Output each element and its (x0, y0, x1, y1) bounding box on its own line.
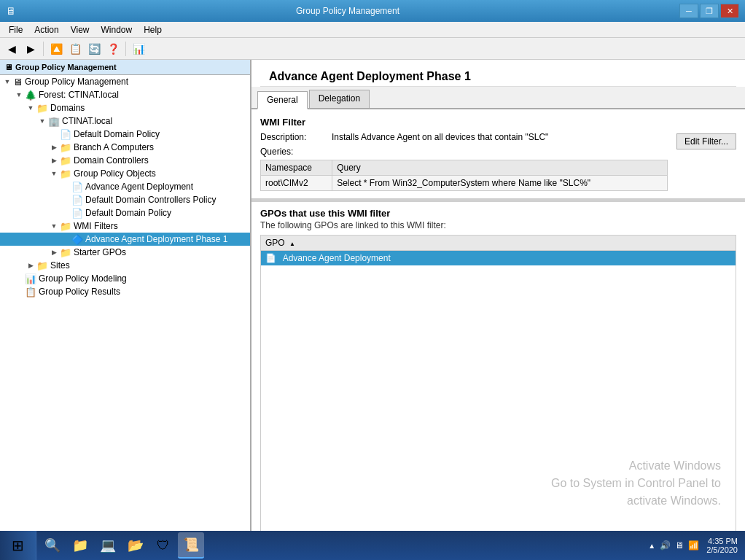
tree-node-gpo[interactable]: ▼ 📁 Group Policy Objects (0, 167, 250, 180)
gpo-row-1[interactable]: 📄 Advance Agent Deployment (261, 251, 736, 266)
refresh-button[interactable]: 🔄 (85, 40, 103, 58)
taskbar-folder[interactable]: 📂 (122, 532, 149, 559)
app-icon: 🖥 (6, 5, 16, 17)
tree-header-label: Group Policy Management (15, 63, 117, 71)
tab-delegation[interactable]: Delegation (309, 90, 370, 108)
tree-node-root[interactable]: ▼ 🖥 Group Policy Management (0, 75, 250, 88)
start-button[interactable]: ⊞ (0, 531, 36, 560)
gpo-col-header[interactable]: GPO ▲ (261, 236, 736, 251)
icon-sites: 📁 (36, 260, 48, 271)
icon-forest: 🌲 (25, 90, 36, 101)
menu-help[interactable]: Help (138, 23, 168, 36)
expander-branchA[interactable]: ▶ (48, 141, 60, 153)
expander-ddcp: ▶ (60, 194, 71, 206)
copy-button[interactable]: 📋 (66, 40, 84, 58)
systray-network: 🖥 (675, 540, 684, 551)
tree-node-dc[interactable]: ▶ 📁 Domain Controllers (0, 154, 250, 167)
systray-arrow[interactable]: ▲ (648, 542, 655, 550)
icon-results: 📋 (25, 287, 36, 298)
label-ddp2: Default Domain Policy (85, 208, 171, 218)
gpo-table-wrapper: GPO ▲ 📄 Advance Agent Deployment Act (260, 235, 736, 532)
title-bar-left: 🖥 (6, 5, 16, 17)
tree-node-ctinat[interactable]: ▼ 🏢 CTINAT.local (0, 114, 250, 128)
tree-node-branchA[interactable]: ▶ 📁 Branch A Computers (0, 141, 250, 154)
label-dc: Domain Controllers (74, 155, 149, 166)
label-aadphase1: Advance Agent Deployment Phase 1 (85, 234, 227, 244)
icon-ddp2: 📄 (71, 208, 83, 219)
watermark-line1: Activate Windows (551, 457, 721, 475)
label-startergpos: Starter GPOs (74, 247, 126, 257)
tree-node-ddp2[interactable]: ▶ 📄 Default Domain Policy (0, 206, 250, 219)
wmi-filter-title: WMI Filter (260, 117, 736, 128)
taskbar-fileexplorer[interactable]: 📁 (67, 532, 93, 559)
tree-node-aad[interactable]: ▶ 📄 Advance Agent Deployment (0, 180, 250, 193)
tree-node-sites[interactable]: ▶ 📁 Sites (0, 259, 250, 272)
taskbar-cmd[interactable]: 💻 (95, 532, 121, 559)
edit-filter-button[interactable]: Edit Filter... (676, 133, 736, 149)
taskbar-apps: 🔍 📁 💻 📂 🛡 📜 (36, 531, 207, 560)
expander-dc[interactable]: ▶ (48, 155, 60, 166)
help-button[interactable]: ❓ (104, 40, 122, 58)
taskbar: ⊞ 🔍 📁 💻 📂 🛡 📜 ▲ 🔊 🖥 📶 4:35 PM 2/5/2020 (0, 531, 745, 560)
back-button[interactable]: ◀ (3, 40, 20, 58)
close-button[interactable]: ✕ (720, 4, 739, 18)
menu-file[interactable]: File (3, 23, 28, 36)
taskbar-security[interactable]: 🛡 (150, 532, 176, 559)
tab-general[interactable]: General (257, 91, 308, 109)
tree-node-wmifilters[interactable]: ▼ 📁 WMI Filters (0, 219, 250, 233)
gpo-section: GPOs that use this WMI filter The follow… (251, 202, 745, 538)
gpo-icon-1: 📄 (265, 253, 276, 263)
tree-node-aadphase1[interactable]: ▶ 🔷 Advance Agent Deployment Phase 1 (0, 233, 250, 246)
icon-aad: 📄 (71, 182, 83, 192)
menu-view[interactable]: View (65, 23, 95, 36)
label-aad: Advance Agent Deployment (85, 182, 193, 192)
up-button[interactable]: 🔼 (47, 40, 65, 58)
expander-ctinat[interactable]: ▼ (36, 115, 48, 127)
menu-action[interactable]: Action (28, 23, 64, 36)
query-row-1[interactable]: root\CIMv2 Select * From Win32_ComputerS… (261, 176, 668, 191)
tab-bar: General Delegation (251, 87, 745, 109)
section-header: Advance Agent Deployment Phase 1 (251, 60, 745, 87)
expander-sites[interactable]: ▶ (25, 260, 36, 271)
query-cell: Select * From Win32_ComputerSystem where… (332, 176, 668, 191)
minimize-button[interactable]: ─ (679, 4, 698, 18)
taskbar-time: 4:35 PM 2/5/2020 (706, 537, 738, 554)
systray-wifi: 📶 (688, 540, 699, 551)
expander-domains[interactable]: ▼ (25, 102, 36, 114)
tree-panel: 🖥 Group Policy Management ▼ 🖥 Group Poli… (0, 60, 251, 538)
view-button[interactable]: 📊 (130, 40, 147, 58)
label-gpo: Group Policy Objects (74, 168, 156, 179)
time-display: 4:35 PM (706, 537, 738, 545)
tree-node-forest[interactable]: ▼ 🌲 Forest: CTINAT.local (0, 88, 250, 101)
tree-node-domains[interactable]: ▼ 📁 Domains (0, 101, 250, 114)
toolbar-separator-2 (125, 42, 126, 56)
toolbar-separator-1 (43, 42, 44, 56)
watermark: Activate Windows Go to System in Control… (551, 457, 721, 510)
title-bar-title: Group Policy Management (16, 6, 679, 16)
expander-root[interactable]: ▼ (1, 76, 13, 88)
expander-wmifilters[interactable]: ▼ (48, 220, 60, 232)
tree-node-modeling[interactable]: ▶ 📊 Group Policy Modeling (0, 272, 250, 285)
watermark-line3: activate Windows. (551, 492, 721, 510)
menu-window[interactable]: Window (95, 23, 139, 36)
label-domains: Domains (50, 103, 85, 113)
tree-node-startergpos[interactable]: ▶ 📁 Starter GPOs (0, 246, 250, 259)
expander-forest[interactable]: ▼ (13, 89, 25, 101)
tree-node-ddcp[interactable]: ▶ 📄 Default Domain Controllers Policy (0, 193, 250, 206)
forward-button[interactable]: ▶ (22, 40, 39, 58)
taskbar-search[interactable]: 🔍 (39, 532, 66, 559)
gpo-label-1: Advance Agent Deployment (283, 253, 391, 263)
icon-root: 🖥 (13, 77, 23, 88)
title-bar: 🖥 Group Policy Management ─ ❐ ✕ (0, 0, 745, 22)
tree-node-results[interactable]: ▶ 📋 Group Policy Results (0, 285, 250, 298)
icon-wmifilters: 📁 (60, 221, 71, 232)
main-container: 🖥 Group Policy Management ▼ 🖥 Group Poli… (0, 60, 745, 538)
icon-ctinat: 🏢 (48, 116, 60, 127)
expander-gpo[interactable]: ▼ (48, 168, 60, 179)
restore-button[interactable]: ❐ (700, 4, 719, 18)
tree-node-ddp[interactable]: ▶ 📄 Default Domain Policy (0, 128, 250, 141)
col-namespace: Namespace (261, 160, 332, 176)
taskbar-right: ▲ 🔊 🖥 📶 4:35 PM 2/5/2020 (641, 531, 745, 560)
expander-startergpos[interactable]: ▶ (48, 246, 60, 258)
taskbar-policy[interactable]: 📜 (178, 532, 204, 559)
